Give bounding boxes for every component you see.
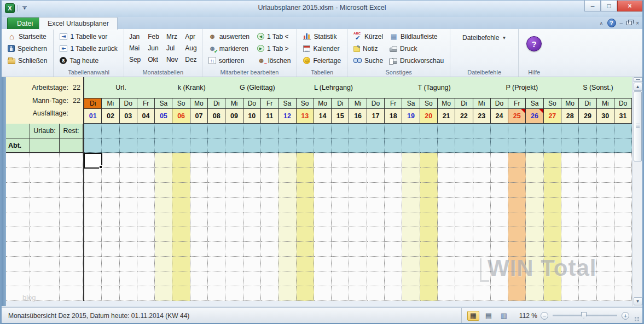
grid-cell[interactable] xyxy=(597,153,614,168)
grid-cell[interactable] xyxy=(314,227,332,242)
abt-urlaub-cell[interactable] xyxy=(30,138,60,153)
blue-cell[interactable] xyxy=(579,124,596,138)
grid-cell[interactable] xyxy=(172,242,190,257)
day-number-cell[interactable]: 07 xyxy=(190,109,208,123)
grid-cell[interactable] xyxy=(243,271,261,286)
grid-cell[interactable] xyxy=(225,183,243,198)
grid-cell[interactable] xyxy=(349,242,367,257)
grid-cell[interactable] xyxy=(420,286,438,301)
grid-cell[interactable] xyxy=(597,227,614,242)
blue-cell[interactable] xyxy=(508,124,526,138)
grid-cell[interactable] xyxy=(455,242,473,257)
rest-label-cell[interactable]: Rest: xyxy=(60,124,83,138)
day-name-cell[interactable]: Fr xyxy=(261,99,279,108)
blue-cell[interactable] xyxy=(455,124,473,138)
grid-cell[interactable] xyxy=(279,168,296,183)
grid-cell[interactable] xyxy=(455,271,473,286)
grid-cell[interactable] xyxy=(120,286,137,301)
grid-cell[interactable] xyxy=(332,183,349,198)
grid-cell[interactable] xyxy=(279,257,296,271)
grid-cell[interactable] xyxy=(243,183,261,198)
grid-cell[interactable] xyxy=(491,242,508,257)
grid-cell[interactable] xyxy=(385,168,402,183)
grid-cell[interactable] xyxy=(297,153,314,168)
grid-cell[interactable] xyxy=(473,153,491,168)
grid-cell[interactable] xyxy=(349,286,367,301)
grid-cell[interactable] xyxy=(561,286,579,301)
grid-cell[interactable] xyxy=(243,286,261,301)
grid-cell[interactable] xyxy=(508,198,526,212)
blue-cell[interactable] xyxy=(455,138,473,153)
grid-cell[interactable] xyxy=(314,183,332,198)
grid-cell[interactable] xyxy=(243,257,261,271)
grid-cell[interactable] xyxy=(314,257,332,271)
day-number-cell[interactable]: 14 xyxy=(314,109,332,123)
grid-cell[interactable] xyxy=(190,198,208,212)
grid-cell[interactable] xyxy=(526,168,543,183)
grid-cell[interactable] xyxy=(561,198,579,212)
blue-cell[interactable] xyxy=(544,138,561,153)
blue-cell[interactable] xyxy=(385,124,402,138)
grid-cell[interactable] xyxy=(225,168,243,183)
day-name-cell[interactable]: Di xyxy=(84,99,102,108)
grid-cell[interactable] xyxy=(332,168,349,183)
grid-cell[interactable] xyxy=(172,168,190,183)
grid-cell[interactable] xyxy=(208,183,225,198)
day-number-cell[interactable]: 17 xyxy=(367,109,385,123)
day-name-cell[interactable]: Di xyxy=(455,99,473,108)
grid-cell[interactable] xyxy=(102,183,119,198)
blue-cell[interactable] xyxy=(137,124,155,138)
grid-cell[interactable] xyxy=(473,242,491,257)
day-name-cell[interactable]: Mo xyxy=(438,99,455,108)
grid-cell[interactable] xyxy=(508,212,526,227)
grid-cell[interactable] xyxy=(420,242,438,257)
grid-cell[interactable] xyxy=(526,198,543,212)
month-button-apr[interactable]: Apr xyxy=(185,33,196,40)
day-name-cell[interactable]: Do xyxy=(367,99,385,108)
grid-cell[interactable] xyxy=(314,153,332,168)
grid-cell[interactable] xyxy=(438,153,455,168)
tag-heute-button[interactable]: Tag heute xyxy=(59,56,119,65)
grid-cell[interactable] xyxy=(155,198,172,212)
blue-cell[interactable] xyxy=(190,124,208,138)
doc-close-icon[interactable]: × xyxy=(636,20,639,26)
grid-cell[interactable] xyxy=(243,227,261,242)
day-number-cell[interactable]: 25 xyxy=(508,109,526,123)
grid-cell[interactable] xyxy=(597,183,614,198)
grid-cell[interactable] xyxy=(614,242,632,257)
blue-cell[interactable] xyxy=(172,124,190,138)
grid-cell[interactable] xyxy=(102,153,119,168)
grid-cell[interactable] xyxy=(190,286,208,301)
grid-cell[interactable] xyxy=(243,168,261,183)
blue-cell[interactable] xyxy=(597,124,614,138)
grid-cell[interactable] xyxy=(614,153,632,168)
grid-cell[interactable] xyxy=(261,183,279,198)
month-button-okt[interactable]: Okt xyxy=(148,56,159,63)
grid-cell[interactable] xyxy=(6,271,30,286)
grid-cell[interactable] xyxy=(84,168,102,183)
grid-cell[interactable] xyxy=(579,183,596,198)
blue-cell[interactable] xyxy=(491,138,508,153)
dateibefehle-dropdown[interactable]: Dateibefehle ▼ xyxy=(462,32,506,42)
day-name-cell[interactable]: Mi xyxy=(225,99,243,108)
grid-cell[interactable] xyxy=(30,271,60,286)
grid-cell[interactable] xyxy=(420,271,438,286)
day-name-cell[interactable]: Mi xyxy=(349,99,367,108)
blue-cell[interactable] xyxy=(438,138,455,153)
kuerzel-button[interactable]: Kürzel xyxy=(352,32,384,41)
grid-cell[interactable] xyxy=(455,168,473,183)
scroll-up-icon[interactable]: ▲ xyxy=(634,83,642,91)
grid-cell[interactable] xyxy=(190,242,208,257)
grid-cell[interactable] xyxy=(155,271,172,286)
loeschen-button[interactable]: − löschen xyxy=(256,56,292,65)
day-name-cell[interactable]: Di xyxy=(579,99,596,108)
grid-cell[interactable] xyxy=(120,212,137,227)
grid-cell[interactable] xyxy=(385,271,402,286)
grid-cell[interactable] xyxy=(332,227,349,242)
grid-cell[interactable] xyxy=(225,212,243,227)
day-number-cell[interactable]: 13 xyxy=(297,109,314,123)
grid-cell[interactable] xyxy=(60,198,83,212)
grid-cell[interactable] xyxy=(261,271,279,286)
grid-cell[interactable] xyxy=(438,242,455,257)
day-name-cell[interactable]: Mo xyxy=(314,99,332,108)
